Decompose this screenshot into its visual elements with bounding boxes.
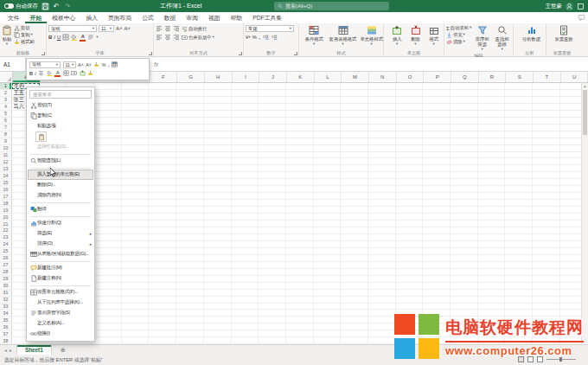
- cell-K6[interactable]: [286, 118, 314, 124]
- cell-K26[interactable]: [286, 255, 314, 261]
- row-header-36[interactable]: 36: [0, 323, 12, 330]
- autosum-button[interactable]: Σ自动求和▾: [446, 25, 471, 31]
- cell-G28[interactable]: [176, 269, 204, 275]
- cell-S18[interactable]: [505, 200, 533, 206]
- cell-J3[interactable]: [259, 97, 286, 103]
- cell-T23[interactable]: [533, 234, 560, 240]
- cell-E21[interactable]: [122, 221, 150, 227]
- cell-G13[interactable]: [176, 165, 204, 171]
- menu-item[interactable]: 智能查找(L): [28, 156, 93, 166]
- cell-P25[interactable]: [423, 248, 451, 254]
- cell-S14[interactable]: [505, 172, 533, 178]
- menu-item[interactable]: 排序(O)▸: [28, 239, 93, 249]
- dialog-launcher-icon[interactable]: [149, 52, 152, 55]
- cell-F14[interactable]: [149, 172, 176, 178]
- cell-T26[interactable]: [533, 255, 560, 261]
- column-header-H[interactable]: H: [205, 72, 233, 82]
- column-header-O[interactable]: O: [397, 72, 425, 82]
- cell-D31[interactable]: [94, 290, 122, 296]
- shrink-font-button[interactable]: A˅: [125, 26, 131, 31]
- cell-G35[interactable]: [176, 317, 204, 323]
- cell-H8[interactable]: [204, 131, 232, 138]
- cell-S10[interactable]: [505, 145, 533, 151]
- cell-G38[interactable]: [176, 337, 204, 343]
- cell-G8[interactable]: [176, 131, 204, 138]
- cell-O17[interactable]: [396, 193, 424, 199]
- cell-Q12[interactable]: [451, 158, 478, 164]
- font-size-select[interactable]: 11▾: [99, 25, 114, 32]
- cell-S33[interactable]: [505, 304, 533, 310]
- cell-I6[interactable]: [232, 118, 259, 124]
- cell-R16[interactable]: [478, 186, 506, 192]
- cell-S25[interactable]: [505, 248, 533, 254]
- cell-M7[interactable]: [341, 125, 368, 131]
- cell-J25[interactable]: [259, 248, 286, 254]
- select-all-corner[interactable]: [0, 72, 13, 82]
- cell-T4[interactable]: [533, 104, 560, 110]
- cell-R27[interactable]: [478, 262, 506, 268]
- cell-G24[interactable]: [176, 241, 204, 247]
- cell-T30[interactable]: [533, 283, 560, 289]
- cell-L17[interactable]: [314, 193, 342, 199]
- cell-Q2[interactable]: [451, 90, 478, 96]
- cell-L38[interactable]: [314, 337, 342, 343]
- cell-P22[interactable]: [423, 227, 451, 234]
- cell-L20[interactable]: [314, 214, 342, 220]
- cell-H18[interactable]: [204, 200, 232, 206]
- cell-M29[interactable]: [341, 276, 368, 282]
- phonetic-icon[interactable]: [87, 34, 94, 41]
- cell-O32[interactable]: [396, 297, 424, 303]
- cell-G18[interactable]: [176, 200, 204, 206]
- cell-E13[interactable]: [122, 165, 150, 171]
- paste-option-button[interactable]: [28, 131, 93, 142]
- column-header-F[interactable]: F: [150, 72, 177, 82]
- cell-H37[interactable]: [204, 330, 232, 336]
- cell-E28[interactable]: [122, 269, 150, 275]
- font-name-select[interactable]: 等线▾: [29, 61, 61, 68]
- cell-G1[interactable]: [176, 83, 204, 89]
- sort-filter-button[interactable]: 排序和筛选 ▾: [473, 25, 491, 52]
- cell-I30[interactable]: [232, 283, 259, 289]
- cell-R10[interactable]: [478, 145, 506, 151]
- cell-P30[interactable]: [423, 283, 451, 289]
- cell-R24[interactable]: [478, 241, 506, 247]
- cell-K9[interactable]: [286, 138, 314, 144]
- cell-F26[interactable]: [149, 255, 176, 261]
- cell-I7[interactable]: [232, 125, 259, 131]
- cell-J31[interactable]: [259, 290, 286, 296]
- fill-color-icon[interactable]: [71, 34, 78, 41]
- menu-item[interactable]: 从表格/区域获取数据(G)...: [28, 249, 93, 259]
- cell-G20[interactable]: [176, 214, 204, 220]
- cell-E26[interactable]: [122, 255, 150, 261]
- cell-O26[interactable]: [396, 255, 424, 261]
- row-header-4[interactable]: 4: [0, 104, 12, 110]
- font-color-button[interactable]: A: [80, 34, 86, 42]
- cell-K19[interactable]: [286, 207, 314, 213]
- cell-F22[interactable]: [149, 227, 176, 234]
- column-header-N[interactable]: N: [369, 72, 397, 82]
- cell-Q17[interactable]: [451, 193, 478, 199]
- row-header-6[interactable]: 6: [0, 118, 12, 124]
- cell-P31[interactable]: [423, 290, 451, 296]
- cell-F29[interactable]: [149, 276, 176, 282]
- increase-decimal-icon[interactable]: [262, 34, 269, 41]
- cell-L14[interactable]: [314, 172, 342, 178]
- borders-icon[interactable]: [63, 70, 69, 76]
- cell-L21[interactable]: [314, 221, 342, 227]
- cell-S24[interactable]: [505, 241, 533, 247]
- cell-D7[interactable]: [94, 125, 122, 131]
- cell-E36[interactable]: [122, 323, 150, 330]
- cell-E22[interactable]: [122, 227, 150, 234]
- cell-R8[interactable]: [478, 131, 506, 138]
- cell-G2[interactable]: [176, 90, 204, 96]
- cell-J11[interactable]: [259, 152, 286, 158]
- cell-J33[interactable]: [259, 304, 286, 310]
- cell-Q23[interactable]: [451, 234, 478, 240]
- cell-K21[interactable]: [286, 221, 314, 227]
- cell-P5[interactable]: [423, 111, 451, 117]
- cell-D33[interactable]: [94, 304, 122, 310]
- cell-N9[interactable]: [368, 138, 396, 144]
- cell-J17[interactable]: [259, 193, 286, 199]
- cell-H25[interactable]: [204, 248, 232, 254]
- cell-G16[interactable]: [176, 186, 204, 192]
